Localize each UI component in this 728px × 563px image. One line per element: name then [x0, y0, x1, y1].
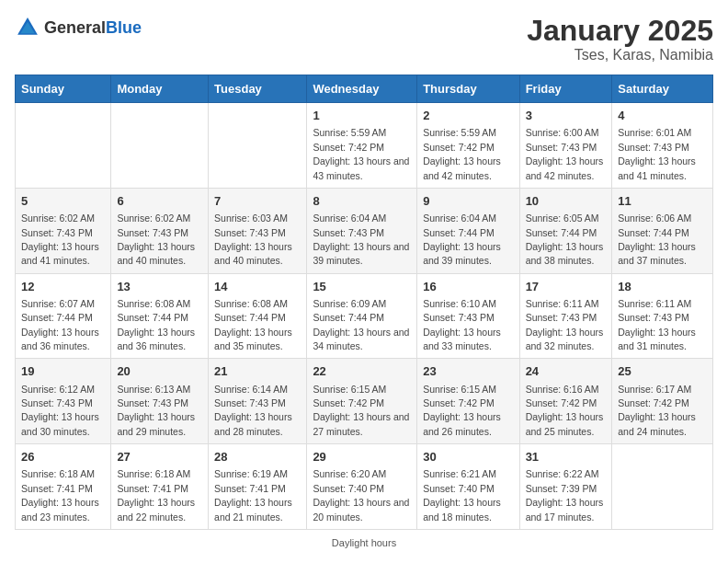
day-info: Sunrise: 6:10 AMSunset: 7:43 PMDaylight:… — [423, 298, 501, 351]
day-number: 6 — [117, 193, 202, 210]
calendar-cell: 1Sunrise: 5:59 AMSunset: 7:42 PMDaylight… — [307, 103, 417, 189]
day-info: Sunrise: 6:04 AMSunset: 7:43 PMDaylight:… — [313, 213, 409, 266]
page-header: GeneralBlue January 2025 Tses, Karas, Na… — [15, 15, 713, 63]
day-info: Sunrise: 6:09 AMSunset: 7:44 PMDaylight:… — [313, 298, 409, 351]
day-number: 16 — [423, 279, 513, 295]
day-info: Sunrise: 6:12 AMSunset: 7:43 PMDaylight:… — [21, 384, 99, 437]
day-number: 26 — [21, 449, 105, 465]
calendar-week-row: 19Sunrise: 6:12 AMSunset: 7:43 PMDayligh… — [16, 359, 713, 444]
day-number: 14 — [214, 279, 301, 295]
day-of-week-header: Wednesday — [307, 75, 417, 103]
day-info: Sunrise: 6:22 AMSunset: 7:39 PMDaylight:… — [526, 468, 604, 522]
day-info: Sunrise: 6:02 AMSunset: 7:43 PMDaylight:… — [117, 213, 195, 266]
calendar-title: January 2025 — [527, 15, 713, 47]
day-info: Sunrise: 6:00 AMSunset: 7:43 PMDaylight:… — [526, 127, 604, 180]
day-of-week-header: Monday — [111, 75, 209, 103]
day-number: 23 — [423, 363, 513, 380]
day-info: Sunrise: 6:14 AMSunset: 7:43 PMDaylight:… — [214, 384, 292, 437]
calendar-cell: 24Sunrise: 6:16 AMSunset: 7:42 PMDayligh… — [519, 359, 612, 444]
day-info: Sunrise: 6:17 AMSunset: 7:42 PMDaylight:… — [618, 384, 696, 437]
day-info: Sunrise: 6:02 AMSunset: 7:43 PMDaylight:… — [21, 213, 99, 266]
day-of-week-header: Saturday — [612, 75, 713, 103]
day-info: Sunrise: 6:04 AMSunset: 7:44 PMDaylight:… — [423, 213, 501, 266]
calendar-cell: 15Sunrise: 6:09 AMSunset: 7:44 PMDayligh… — [307, 273, 417, 359]
day-number: 1 — [313, 108, 411, 124]
calendar-cell — [209, 103, 307, 189]
logo-text-blue: Blue — [106, 19, 142, 36]
day-of-week-header: Sunday — [16, 75, 111, 103]
calendar-week-row: 12Sunrise: 6:07 AMSunset: 7:44 PMDayligh… — [16, 273, 713, 359]
day-info: Sunrise: 6:15 AMSunset: 7:42 PMDaylight:… — [313, 384, 409, 437]
day-number: 8 — [313, 193, 411, 210]
calendar-cell: 9Sunrise: 6:04 AMSunset: 7:44 PMDaylight… — [417, 188, 519, 273]
day-of-week-header: Thursday — [417, 75, 519, 103]
calendar-cell — [16, 103, 111, 189]
day-number: 2 — [423, 108, 513, 124]
day-info: Sunrise: 6:06 AMSunset: 7:44 PMDaylight:… — [618, 213, 696, 266]
calendar-cell: 23Sunrise: 6:15 AMSunset: 7:42 PMDayligh… — [417, 359, 519, 444]
day-number: 3 — [526, 108, 607, 124]
day-info: Sunrise: 6:08 AMSunset: 7:44 PMDaylight:… — [117, 298, 195, 351]
calendar-cell: 21Sunrise: 6:14 AMSunset: 7:43 PMDayligh… — [209, 359, 307, 444]
calendar-cell: 27Sunrise: 6:18 AMSunset: 7:41 PMDayligh… — [111, 444, 209, 530]
day-of-week-header: Friday — [519, 75, 612, 103]
day-number: 25 — [618, 363, 707, 380]
day-number: 28 — [214, 449, 301, 465]
calendar-cell: 19Sunrise: 6:12 AMSunset: 7:43 PMDayligh… — [16, 359, 111, 444]
calendar-cell: 30Sunrise: 6:21 AMSunset: 7:40 PMDayligh… — [417, 444, 519, 530]
day-info: Sunrise: 6:19 AMSunset: 7:41 PMDaylight:… — [214, 468, 292, 522]
day-info: Sunrise: 6:11 AMSunset: 7:43 PMDaylight:… — [618, 298, 696, 351]
calendar-cell: 2Sunrise: 5:59 AMSunset: 7:42 PMDaylight… — [417, 103, 519, 189]
day-of-week-header: Tuesday — [209, 75, 307, 103]
logo-icon — [15, 15, 40, 40]
calendar-cell: 25Sunrise: 6:17 AMSunset: 7:42 PMDayligh… — [612, 359, 713, 444]
calendar-cell: 18Sunrise: 6:11 AMSunset: 7:43 PMDayligh… — [612, 273, 713, 359]
calendar-cell: 13Sunrise: 6:08 AMSunset: 7:44 PMDayligh… — [111, 273, 209, 359]
day-number: 12 — [21, 279, 105, 295]
day-number: 24 — [526, 363, 607, 380]
calendar-subtitle: Tses, Karas, Namibia — [527, 47, 713, 63]
day-number: 22 — [313, 363, 411, 380]
day-number: 11 — [618, 193, 707, 210]
day-number: 29 — [313, 449, 411, 465]
calendar-cell: 29Sunrise: 6:20 AMSunset: 7:40 PMDayligh… — [307, 444, 417, 530]
day-number: 5 — [21, 193, 105, 210]
day-number: 20 — [117, 363, 202, 380]
day-number: 4 — [618, 108, 707, 124]
day-number: 17 — [526, 279, 607, 295]
calendar-cell — [612, 444, 713, 530]
day-number: 21 — [214, 363, 301, 380]
day-info: Sunrise: 5:59 AMSunset: 7:42 PMDaylight:… — [423, 127, 501, 180]
daylight-label: Daylight hours — [332, 537, 396, 548]
day-info: Sunrise: 6:07 AMSunset: 7:44 PMDaylight:… — [21, 298, 99, 351]
day-number: 9 — [423, 193, 513, 210]
day-info: Sunrise: 6:16 AMSunset: 7:42 PMDaylight:… — [526, 384, 604, 437]
day-number: 27 — [117, 449, 202, 465]
logo: GeneralBlue — [15, 15, 142, 40]
day-number: 18 — [618, 279, 707, 295]
calendar-cell: 31Sunrise: 6:22 AMSunset: 7:39 PMDayligh… — [519, 444, 612, 530]
calendar-cell: 7Sunrise: 6:03 AMSunset: 7:43 PMDaylight… — [209, 188, 307, 273]
day-info: Sunrise: 5:59 AMSunset: 7:42 PMDaylight:… — [313, 127, 409, 180]
day-number: 10 — [526, 193, 607, 210]
calendar-cell: 16Sunrise: 6:10 AMSunset: 7:43 PMDayligh… — [417, 273, 519, 359]
calendar-table: SundayMondayTuesdayWednesdayThursdayFrid… — [15, 75, 713, 530]
day-info: Sunrise: 6:20 AMSunset: 7:40 PMDaylight:… — [313, 468, 409, 522]
calendar-cell: 4Sunrise: 6:01 AMSunset: 7:43 PMDaylight… — [612, 103, 713, 189]
calendar-cell: 20Sunrise: 6:13 AMSunset: 7:43 PMDayligh… — [111, 359, 209, 444]
day-info: Sunrise: 6:21 AMSunset: 7:40 PMDaylight:… — [423, 468, 501, 522]
day-number: 19 — [21, 363, 105, 380]
day-info: Sunrise: 6:08 AMSunset: 7:44 PMDaylight:… — [214, 298, 292, 351]
day-info: Sunrise: 6:05 AMSunset: 7:44 PMDaylight:… — [526, 213, 604, 266]
day-info: Sunrise: 6:01 AMSunset: 7:43 PMDaylight:… — [618, 127, 696, 180]
calendar-cell: 10Sunrise: 6:05 AMSunset: 7:44 PMDayligh… — [519, 188, 612, 273]
day-info: Sunrise: 6:15 AMSunset: 7:42 PMDaylight:… — [423, 384, 501, 437]
logo-text-general: General — [44, 19, 106, 36]
calendar-cell — [111, 103, 209, 189]
day-info: Sunrise: 6:11 AMSunset: 7:43 PMDaylight:… — [526, 298, 604, 351]
day-number: 31 — [526, 449, 607, 465]
calendar-cell: 6Sunrise: 6:02 AMSunset: 7:43 PMDaylight… — [111, 188, 209, 273]
calendar-cell: 26Sunrise: 6:18 AMSunset: 7:41 PMDayligh… — [16, 444, 111, 530]
calendar-week-row: 26Sunrise: 6:18 AMSunset: 7:41 PMDayligh… — [16, 444, 713, 530]
calendar-cell: 17Sunrise: 6:11 AMSunset: 7:43 PMDayligh… — [519, 273, 612, 359]
